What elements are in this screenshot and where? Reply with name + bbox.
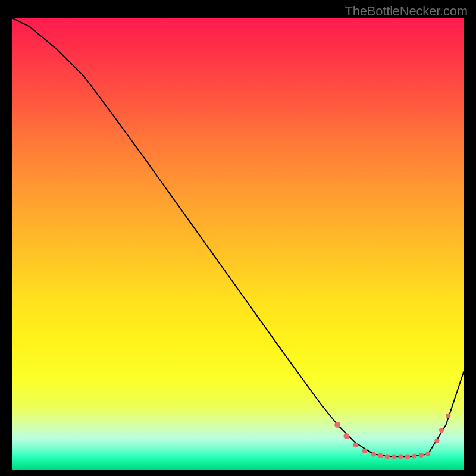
main-curve-path [12, 18, 464, 456]
chart-plot-area [12, 18, 464, 470]
marker-dot [343, 433, 349, 439]
marker-dot [353, 443, 358, 447]
marker-dot [385, 454, 390, 459]
marker-dot [392, 454, 396, 459]
marker-dot [378, 453, 383, 458]
marker-dot [419, 453, 424, 458]
marker-dot [399, 454, 403, 459]
marker-dot [371, 452, 376, 456]
marker-dot [412, 453, 416, 458]
marker-group [334, 414, 450, 459]
marker-dot [434, 439, 439, 443]
curve-svg [12, 18, 464, 470]
marker-dot [425, 452, 430, 456]
marker-dot [446, 414, 450, 418]
marker-dot [439, 428, 444, 433]
marker-dot [334, 422, 340, 428]
marker-dot [362, 449, 367, 453]
attribution-text: TheBottleNecker.com [345, 4, 468, 19]
marker-dot [405, 454, 410, 459]
